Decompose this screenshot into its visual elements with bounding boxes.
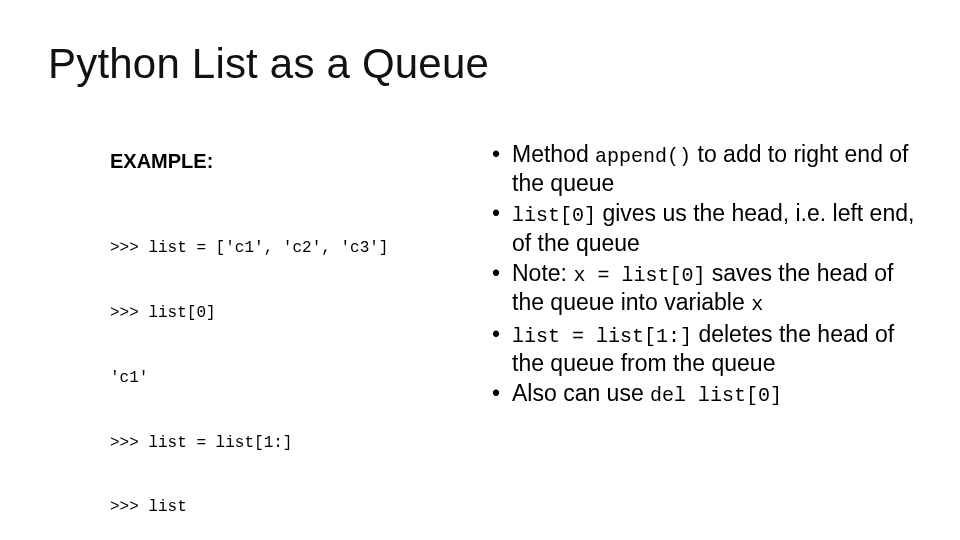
bullet-item: list[0] gives us the head, i.e. left end… — [490, 199, 920, 256]
code-line: 'c1' — [110, 368, 440, 390]
bullet-text: Method — [512, 141, 595, 167]
left-column: EXAMPLE: >>> list = ['c1', 'c2', 'c3'] >… — [110, 150, 440, 540]
slide: Python List as a Queue EXAMPLE: >>> list… — [0, 0, 960, 540]
code-line: >>> list[0] — [110, 303, 440, 325]
bullet-item: Also can use del list[0] — [490, 379, 920, 408]
code-line: >>> list — [110, 497, 440, 519]
bullet-item: list = list[1:] deletes the head of the … — [490, 320, 920, 377]
right-column: Method append() to add to right end of t… — [490, 140, 920, 410]
bullet-code: x = list[0] — [573, 264, 705, 287]
bullet-code: list[0] — [512, 204, 596, 227]
slide-title: Python List as a Queue — [48, 40, 489, 88]
bullet-list: Method append() to add to right end of t… — [490, 140, 920, 408]
code-block: >>> list = ['c1', 'c2', 'c3'] >>> list[0… — [110, 195, 440, 540]
bullet-code: list = list[1:] — [512, 325, 692, 348]
bullet-code: del list[0] — [650, 384, 782, 407]
bullet-text: Note: — [512, 260, 573, 286]
bullet-code: append() — [595, 145, 691, 168]
code-line: >>> list = list[1:] — [110, 433, 440, 455]
bullet-text: Also can use — [512, 380, 650, 406]
bullet-item: Note: x = list[0] saves the head of the … — [490, 259, 920, 318]
bullet-item: Method append() to add to right end of t… — [490, 140, 920, 197]
bullet-code: x — [751, 293, 763, 316]
example-label: EXAMPLE: — [110, 150, 440, 173]
code-line: >>> list = ['c1', 'c2', 'c3'] — [110, 238, 440, 260]
